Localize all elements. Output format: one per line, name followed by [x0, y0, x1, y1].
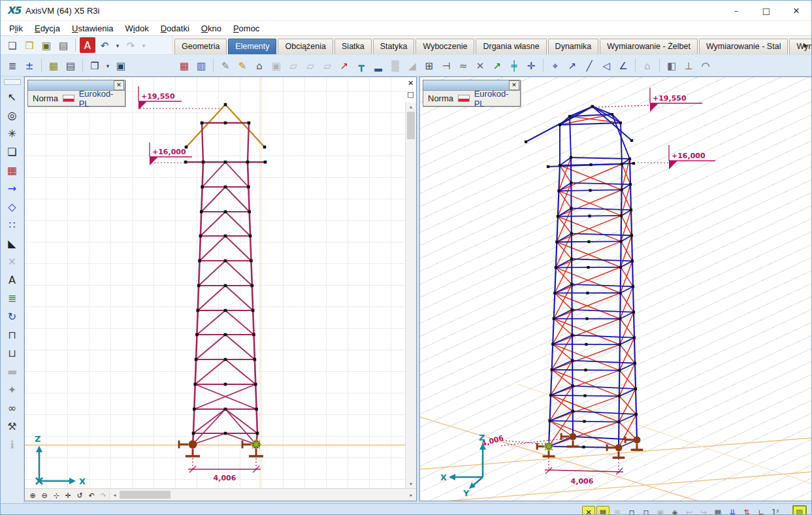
perspective-tool[interactable]: ❏ — [4, 143, 21, 160]
pan-button[interactable]: ✛ — [62, 490, 74, 500]
storey-level-button[interactable]: ± — [22, 58, 37, 73]
beam-end-release-button[interactable]: ⊣ — [438, 58, 454, 73]
horizontal-scrollbar[interactable]: ◂ ▸ — [109, 490, 416, 500]
menu-dodatki[interactable]: Dodatki — [155, 22, 195, 35]
footing-button[interactable]: ⊥ — [681, 58, 696, 73]
material-table-button[interactable]: ▦ — [176, 58, 192, 73]
undo-button[interactable]: ↶ — [97, 37, 112, 53]
report-maker-button[interactable]: ▤ — [63, 58, 78, 73]
reference-plane-button[interactable]: ◁ — [598, 58, 614, 73]
menu-widok[interactable]: Widok — [120, 22, 155, 35]
layer-manager-button[interactable]: ≣ — [5, 58, 20, 73]
gap-element-button[interactable]: ✕ — [472, 58, 488, 73]
horizontal-scroll-thumb[interactable] — [120, 491, 171, 499]
scroll-left-icon[interactable]: ◂ — [110, 492, 120, 498]
link-element-button[interactable]: ↗ — [489, 58, 505, 73]
edge-hinge-button[interactable]: ╪ — [506, 58, 522, 73]
minimize-button[interactable]: – — [721, 1, 751, 20]
reference-vector-button[interactable]: ↗ — [564, 58, 580, 73]
save-button[interactable]: ▣ — [39, 37, 54, 53]
local-system-toggle[interactable]: ∟ — [755, 506, 768, 515]
tab-dynamika[interactable]: Dynamika — [548, 39, 599, 54]
array-tool[interactable]: ∷ — [4, 216, 21, 233]
drawing-library-dropdown[interactable]: ▾ — [104, 58, 112, 73]
draw-node-button[interactable]: ✎ — [218, 58, 233, 73]
geometry-tools-button[interactable]: ◈ — [668, 506, 681, 515]
tab-statyka[interactable]: Statyka — [373, 39, 415, 54]
cross-section-table-button[interactable]: ▥ — [193, 58, 209, 73]
vertical-scroll-thumb[interactable] — [407, 112, 415, 139]
vertical-scrollbar[interactable]: ▴ ▾ — [405, 102, 416, 489]
tab-elementy[interactable]: Elementy — [228, 39, 276, 54]
viewport-maximize-icon[interactable]: □ — [406, 90, 415, 99]
tab-siatka[interactable]: Siatka — [334, 39, 372, 54]
menu-okno[interactable]: Okno — [195, 22, 227, 35]
translate-tool[interactable]: → — [4, 180, 21, 197]
menu-plik[interactable]: Plik — [3, 22, 29, 35]
tab-geometria[interactable]: Geometria — [174, 39, 227, 54]
geometry-check-tool[interactable]: ◣ — [4, 235, 21, 252]
tab-obciazenia[interactable]: Obciążenia — [278, 39, 333, 54]
wall-button[interactable]: ◧ — [664, 58, 679, 73]
dimension-tool[interactable]: A — [4, 271, 21, 288]
numbering-toggle[interactable]: 1² — [769, 506, 782, 515]
tab-wymiarowanie-stal[interactable]: Wymiarowanie - Stal — [699, 39, 788, 54]
zoom-tool[interactable]: ◎ — [4, 107, 21, 124]
color-coding-tool[interactable]: ▦ — [4, 161, 21, 178]
truss-girder-button[interactable]: ◠ — [698, 58, 713, 73]
tab-wymiarowanie-zelbet[interactable]: Wymiarowanie - Żelbet — [600, 39, 698, 54]
renumber-tool[interactable]: ↻ — [4, 308, 21, 325]
viewport-close-icon[interactable]: ✕ — [406, 78, 415, 88]
pdf-export-button[interactable]: A — [80, 37, 95, 53]
nodal-support-button[interactable]: ┳ — [353, 58, 369, 73]
rotate-tool[interactable]: ◇ — [4, 198, 21, 215]
zoom-fit-button[interactable]: ⊹ — [50, 490, 62, 500]
table-browser-button[interactable]: ▦ — [46, 58, 61, 73]
domain-button[interactable]: ⌂ — [252, 58, 267, 73]
reference-angle-button[interactable]: ∠ — [615, 58, 631, 73]
support-display-toggle[interactable]: ⇅ — [740, 506, 753, 515]
local-axes-button[interactable]: ↗ — [336, 58, 352, 73]
layer-edit-tool[interactable]: ≣ — [4, 290, 21, 307]
zoom-out-button[interactable]: ⊖ — [39, 490, 50, 500]
workplane-tool[interactable]: ⊓ — [4, 326, 21, 343]
new-file-button[interactable]: ❑ — [5, 37, 20, 53]
spring-element-button[interactable]: ≈ — [455, 58, 471, 73]
tab-wyboczenie[interactable]: Wyboczenie — [415, 39, 474, 54]
close-button[interactable]: ✕ — [781, 1, 811, 20]
section-line-tool[interactable]: ⊔ — [4, 344, 21, 361]
settings-tool[interactable]: ⚒ — [4, 418, 21, 435]
draw-line-button[interactable]: ✎ — [235, 58, 250, 73]
save-to-drawing-library-button[interactable]: ▣ — [113, 58, 129, 73]
scroll-right-icon[interactable]: ▸ — [406, 492, 416, 498]
reference-point-button[interactable]: ⌖ — [547, 58, 563, 73]
workplane-active-button[interactable]: ⊓ — [640, 506, 653, 515]
workplane-button[interactable]: ⊓ — [625, 506, 638, 515]
load-display-toggle[interactable]: ⇊ — [726, 506, 739, 515]
scroll-up-icon[interactable]: ▴ — [406, 102, 416, 112]
views-tool[interactable]: ✳ — [4, 125, 21, 142]
open-file-button[interactable]: ❒ — [22, 37, 37, 53]
nodal-dof-button[interactable]: ✛ — [523, 58, 539, 73]
find-tool[interactable]: ∞ — [4, 399, 21, 416]
tab-scroll-right-icon[interactable]: ▶ — [802, 41, 810, 51]
coordinate-window-toggle[interactable]: ✕ — [582, 506, 595, 515]
search-light-tool[interactable]: ✦ — [4, 381, 21, 398]
menu-pomoc[interactable]: Pomoc — [227, 22, 265, 35]
toolbar-handle[interactable] — [4, 79, 21, 85]
model-view-3d[interactable]: +19,550 +16,000 4,006 4,006 — [420, 77, 811, 501]
background-layer-toggle[interactable]: ▨ — [792, 505, 807, 515]
grid-snap-toggle[interactable]: ▦ — [596, 506, 609, 515]
print-button[interactable]: ▤ — [56, 37, 71, 53]
menu-edycja[interactable]: Edycja — [29, 22, 66, 35]
zoom-in-button[interactable]: ⊕ — [27, 490, 39, 500]
model-view-2d[interactable]: +19,550 +16,000 4,006 — [25, 77, 406, 489]
edge-support-button[interactable]: ▂ — [370, 58, 386, 73]
selection-tool[interactable]: ↖ — [4, 88, 21, 105]
rotate-view-button[interactable]: ↺ — [74, 490, 86, 500]
maximize-button[interactable]: □ — [751, 1, 781, 20]
menu-ustawienia[interactable]: Ustawienia — [66, 22, 120, 35]
scroll-down-icon[interactable]: ▾ — [406, 479, 416, 489]
mesh-display-toggle[interactable]: ▦ — [711, 506, 724, 515]
undo-dropdown[interactable]: ▾ — [114, 37, 122, 53]
